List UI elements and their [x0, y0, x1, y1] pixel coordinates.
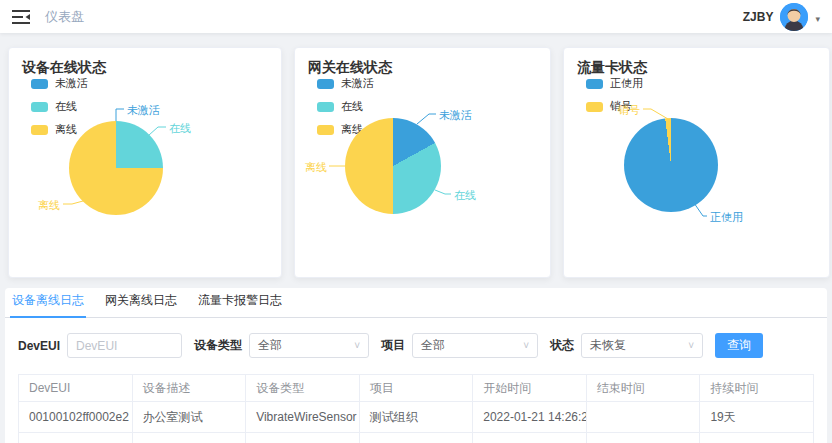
pie-chart-device-status[interactable] [69, 121, 163, 215]
pie-callout-label: 在线 [169, 121, 191, 136]
log-tabs: 设备离线日志 网关离线日志 流量卡报警日志 [5, 288, 827, 318]
column-header: 设备类型 [246, 375, 360, 402]
log-table-header-row: DevEUI设备描述设备类型项目开始时间结束时间持续时间 [19, 375, 814, 402]
table-cell: 00100102ff0002e2 [19, 402, 133, 433]
status-select[interactable]: 未恢复 ˅ [581, 333, 703, 358]
legend-item[interactable]: 在线 [317, 99, 374, 114]
legend-label: 在线 [341, 99, 363, 114]
column-header: 项目 [359, 375, 473, 402]
table-cell: 测试组织 [359, 402, 473, 433]
chart-legend: 未激活 在线 离线 [31, 76, 88, 137]
dashboard-cards: 设备在线状态 未激活 在线 离线 未激活 在线 离线 网关在线状态 [0, 33, 832, 278]
legend-swatch [586, 102, 603, 112]
legend-item[interactable]: 在线 [31, 99, 88, 114]
pie-callout-label: 正使用 [710, 210, 743, 225]
query-button[interactable]: 查询 [715, 333, 763, 358]
legend-item[interactable]: 未激活 [31, 76, 88, 91]
legend-label: 未激活 [55, 76, 88, 91]
device-type-label: 设备类型 [194, 337, 242, 354]
pie-callout-label: 离线 [305, 160, 327, 175]
project-value: 全部 [421, 337, 445, 354]
pie-chart-gateway-status[interactable] [345, 118, 441, 214]
log-filters: DevEUI 设备类型 全部 ˅ 项目 全部 ˅ 状态 未恢复 ˅ 查询 [5, 318, 827, 374]
legend-swatch [317, 125, 334, 135]
app-header: 仪表盘 ZJBY ▾ [0, 0, 832, 33]
deveui-input[interactable] [67, 333, 182, 358]
pie-callout-label: 未激活 [127, 103, 160, 118]
status-label: 状态 [550, 337, 574, 354]
device-type-select[interactable]: 全部 ˅ [249, 333, 369, 358]
legend-label: 离线 [55, 122, 77, 137]
filter-status: 状态 未恢复 ˅ [550, 333, 703, 358]
tab-gateway-offline-log[interactable]: 网关离线日志 [103, 286, 179, 317]
card-device-online-status: 设备在线状态 未激活 在线 离线 未激活 在线 离线 [8, 47, 282, 278]
project-label: 项目 [381, 337, 405, 354]
project-select[interactable]: 全部 ˅ [412, 333, 538, 358]
page-title: 仪表盘 [45, 8, 84, 26]
pie-chart-sim-status[interactable] [624, 118, 718, 212]
log-panel: 设备离线日志 网关离线日志 流量卡报警日志 DevEUI 设备类型 全部 ˅ 项… [5, 288, 827, 443]
log-table: DevEUI设备描述设备类型项目开始时间结束时间持续时间 00100102ff0… [18, 374, 814, 443]
chevron-down-icon: ˅ [688, 341, 694, 351]
column-header: 设备描述 [132, 375, 246, 402]
card-title: 网关在线状态 [308, 59, 392, 77]
card-sim-card-status: 流量卡状态 正使用 销号 正使用 销号 [563, 47, 830, 278]
column-header: 结束时间 [586, 375, 700, 402]
table-cell: 办公室测试 [132, 402, 246, 433]
pie-callout-label: 在线 [454, 188, 476, 203]
column-header: 开始时间 [473, 375, 587, 402]
table-row[interactable]: 00100102ff0002e2办公室测试VibrateWireSensor测试… [19, 402, 814, 433]
legend-label: 正使用 [610, 76, 643, 91]
pie-callout-label: 销号 [618, 103, 640, 118]
tab-sim-alarm-log[interactable]: 流量卡报警日志 [196, 286, 284, 317]
device-type-value: 全部 [258, 337, 282, 354]
table-cell: VibrateWireSensor [246, 402, 360, 433]
chevron-down-icon: ˅ [523, 341, 529, 351]
chevron-down-icon: ˅ [354, 341, 360, 351]
legend-label: 在线 [55, 99, 77, 114]
table-cell [586, 402, 700, 433]
table-row-partial [19, 433, 814, 443]
user-menu[interactable]: ZJBY ▾ [743, 3, 820, 31]
log-table-body: 00100102ff0002e2办公室测试VibrateWireSensor测试… [19, 402, 814, 443]
legend-item[interactable]: 未激活 [317, 76, 374, 91]
tab-device-offline-log[interactable]: 设备离线日志 [10, 286, 86, 317]
card-title: 设备在线状态 [22, 59, 106, 77]
user-avatar-icon[interactable] [780, 3, 808, 31]
legend-item[interactable]: 正使用 [586, 76, 643, 91]
table-cell: 19天 [700, 402, 814, 433]
card-gateway-online-status: 网关在线状态 未激活 在线 离线 未激活 在线 离线 [294, 47, 551, 278]
filter-deveui: DevEUI [18, 333, 182, 358]
column-header: 持续时间 [700, 375, 814, 402]
status-value: 未恢复 [590, 337, 626, 354]
legend-swatch [317, 79, 334, 89]
legend-swatch [317, 102, 334, 112]
legend-label: 未激活 [341, 76, 374, 91]
legend-swatch [31, 125, 48, 135]
pie-callout-label: 未激活 [439, 108, 472, 123]
card-title: 流量卡状态 [577, 59, 647, 77]
caret-down-icon[interactable]: ▾ [815, 15, 820, 24]
filter-device-type: 设备类型 全部 ˅ [194, 333, 369, 358]
table-cell: 2022-01-21 14:26:22 [473, 402, 587, 433]
legend-swatch [31, 102, 48, 112]
legend-swatch [31, 79, 48, 89]
pie-callout-label: 离线 [38, 198, 60, 213]
legend-swatch [586, 79, 603, 89]
column-header: DevEUI [19, 375, 133, 402]
deveui-label: DevEUI [18, 339, 60, 353]
legend-item[interactable]: 离线 [31, 122, 88, 137]
filter-project: 项目 全部 ˅ [381, 333, 538, 358]
username: ZJBY [743, 10, 774, 24]
menu-fold-icon[interactable] [12, 10, 30, 24]
